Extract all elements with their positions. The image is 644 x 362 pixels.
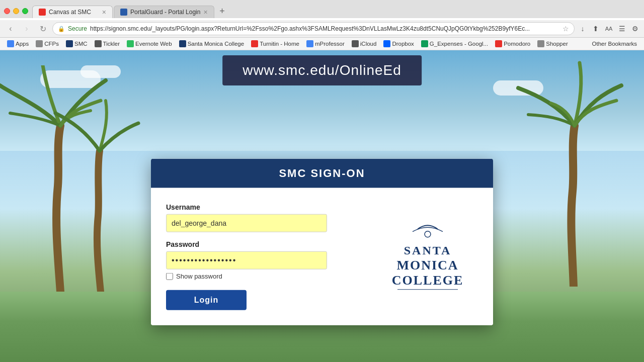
bookmark-other[interactable]: Other Bookmarks: [589, 40, 640, 48]
main-content: www.smc.edu/OnlineEd SMC SIGN-ON Usernam…: [0, 50, 644, 362]
bookmark-smc[interactable]: SMC: [63, 39, 91, 48]
share-icon[interactable]: ⬆: [591, 24, 601, 34]
dialog-header: SMC SIGN-ON: [151, 159, 493, 188]
bookmark-santa-monica[interactable]: Santa Monica College: [176, 39, 248, 48]
bookmark-apps-label: Apps: [16, 41, 29, 47]
bookmark-smc-icon: [66, 40, 73, 47]
tab-canvas[interactable]: Canvas at SMC ×: [32, 6, 113, 18]
bookmark-santa-monica-label: Santa Monica College: [188, 41, 245, 47]
bookmark-santa-monica-icon: [179, 40, 186, 47]
dialog-title: SMC SIGN-ON: [163, 167, 481, 180]
dialog-form: Username Password Show password Login: [166, 203, 367, 310]
browser-chrome: Canvas at SMC × PortalGuard - Portal Log…: [0, 0, 644, 50]
banner-url-text: www.smc.edu/OnlineEd: [243, 62, 401, 78]
bookmark-star-icon[interactable]: ☆: [562, 25, 569, 33]
username-input[interactable]: [166, 214, 327, 232]
bookmark-dropbox-icon: [383, 40, 390, 47]
bookmark-smc-label: SMC: [74, 41, 88, 47]
bookmark-icloud-icon: [352, 40, 359, 47]
reload-button[interactable]: ↻: [36, 22, 49, 35]
svg-point-0: [425, 231, 431, 237]
dialog-logo: SANTA MONICA COLLEGE: [377, 203, 478, 310]
bookmark-cfps-icon: [36, 40, 43, 47]
bookmark-evernote-icon: [127, 40, 134, 47]
bookmark-gexpenses-label: G_Expenses - Googl...: [430, 41, 488, 47]
traffic-lights: [4, 8, 28, 14]
tab-title: Canvas at SMC: [49, 9, 99, 16]
palm-tree-right: [493, 60, 644, 287]
bookmark-cfps-label: CFPs: [44, 41, 59, 47]
forward-button[interactable]: ›: [20, 22, 33, 35]
bookmark-evernote[interactable]: Evernote Web: [124, 39, 175, 48]
address-text: https://signon.smc.edu/_layouts/PG/login…: [90, 25, 559, 32]
back-button[interactable]: ‹: [4, 22, 17, 35]
dialog-body: Username Password Show password Login: [151, 188, 493, 325]
bookmark-pomodoro[interactable]: Pomodoro: [492, 39, 533, 48]
bookmark-gexpenses[interactable]: G_Expenses - Googl...: [418, 39, 491, 48]
svg-text:SANTA: SANTA: [404, 243, 452, 256]
tab2-favicon: [120, 9, 127, 16]
tab-portalguard[interactable]: PortalGuard - Portal Login ×: [114, 6, 214, 18]
show-password-label[interactable]: Show password: [176, 273, 222, 280]
bookmark-tickler[interactable]: Tickler: [92, 39, 123, 48]
new-tab-button[interactable]: +: [215, 4, 229, 18]
secure-label: Secure: [68, 25, 87, 32]
tab-close-icon[interactable]: ×: [102, 9, 106, 16]
password-label: Password: [166, 240, 367, 248]
downloads-icon[interactable]: ↓: [578, 24, 588, 34]
password-group: Password Show password: [166, 240, 367, 280]
title-bar: Canvas at SMC × PortalGuard - Portal Log…: [0, 0, 644, 18]
bookmark-mprofessor[interactable]: mProfessor: [303, 39, 348, 48]
show-password-row: Show password: [166, 273, 367, 280]
maximize-button[interactable]: [22, 8, 28, 14]
username-label: Username: [166, 203, 367, 211]
extensions-icon[interactable]: ⚙: [630, 24, 640, 34]
login-button[interactable]: Login: [166, 290, 247, 310]
bookmark-turnitin[interactable]: Turnitin - Home: [248, 39, 302, 48]
bookmark-apps-icon: [7, 40, 14, 47]
lock-icon: 🔒: [58, 26, 65, 32]
bookmark-pomodoro-icon: [495, 40, 502, 47]
login-dialog: SMC SIGN-ON Username Password Show passw…: [151, 159, 493, 325]
bookmarks-bar: Apps CFPs SMC Tickler Evernote Web Santa…: [0, 38, 644, 50]
svg-text:MONICA: MONICA: [396, 257, 458, 272]
close-button[interactable]: [4, 8, 10, 14]
bookmark-shopper-label: Shopper: [546, 41, 568, 47]
minimize-button[interactable]: [13, 8, 19, 14]
tab2-title: PortalGuard - Portal Login: [130, 9, 200, 16]
bookmark-other-label: Other Bookmarks: [592, 41, 637, 47]
bookmark-evernote-label: Evernote Web: [135, 41, 172, 47]
bookmark-tickler-label: Tickler: [103, 41, 120, 47]
bookmark-mprofessor-label: mProfessor: [315, 41, 345, 47]
smc-logo-svg: SANTA MONICA COLLEGE: [382, 219, 473, 299]
bookmark-turnitin-label: Turnitin - Home: [260, 41, 299, 47]
bookmark-dropbox[interactable]: Dropbox: [380, 39, 417, 48]
site-banner: www.smc.edu/OnlineEd: [222, 55, 422, 85]
svg-text:COLLEGE: COLLEGE: [392, 273, 464, 287]
password-input[interactable]: [166, 251, 327, 269]
show-password-checkbox[interactable]: [166, 273, 173, 280]
nav-right-icons: ↓ ⬆ AA ☰ ⚙: [578, 24, 640, 34]
tabs-container: Canvas at SMC × PortalGuard - Portal Log…: [32, 4, 640, 18]
tab2-close-icon[interactable]: ×: [203, 9, 207, 16]
readinglist-icon[interactable]: ☰: [617, 24, 627, 34]
username-group: Username: [166, 203, 367, 232]
tab-favicon: [39, 9, 46, 16]
bookmark-cfps[interactable]: CFPs: [33, 39, 62, 48]
bookmark-mprofessor-icon: [306, 40, 313, 47]
nav-bar: ‹ › ↻ 🔒 Secure https://signon.smc.edu/_l…: [0, 20, 644, 38]
bookmark-dropbox-label: Dropbox: [392, 41, 414, 47]
zoom-icon[interactable]: AA: [604, 24, 614, 34]
bookmark-shopper[interactable]: Shopper: [534, 39, 571, 48]
bookmark-icloud[interactable]: iCloud: [349, 39, 380, 48]
bookmark-icloud-label: iCloud: [360, 41, 377, 47]
palm-tree-left: [0, 65, 141, 292]
bookmark-gexpenses-icon: [421, 40, 428, 47]
bookmark-apps[interactable]: Apps: [4, 39, 32, 48]
bookmark-tickler-icon: [95, 40, 102, 47]
address-bar[interactable]: 🔒 Secure https://signon.smc.edu/_layouts…: [52, 22, 575, 35]
bookmark-shopper-icon: [537, 40, 544, 47]
bookmark-turnitin-icon: [251, 40, 258, 47]
bookmark-pomodoro-label: Pomodoro: [504, 41, 530, 47]
